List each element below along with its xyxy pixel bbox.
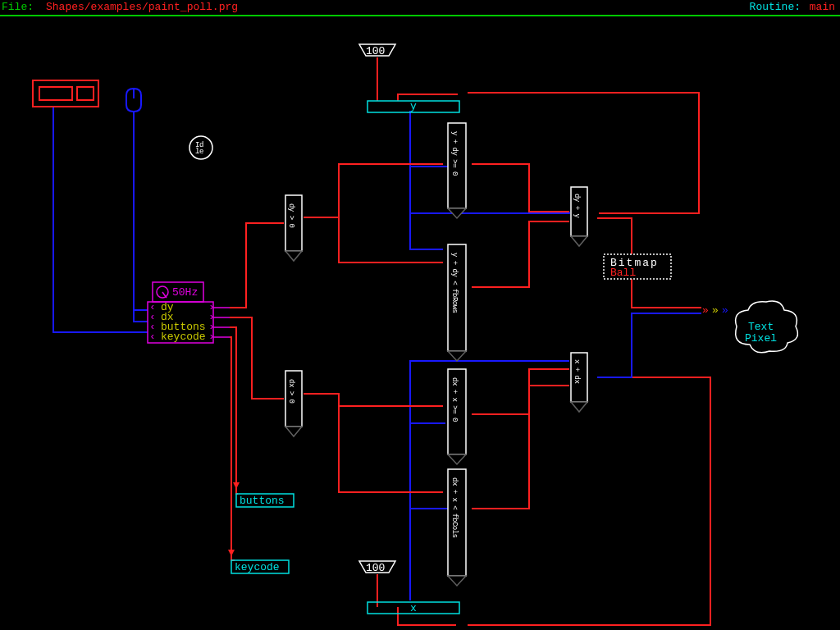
svg-text:keycode: keycode — [235, 561, 280, 573]
cmp-ydy-ge0[interactable]: y + dy >= 0 — [448, 123, 466, 218]
svg-text:»: » — [722, 304, 728, 317]
arrow-buttons — [233, 482, 240, 489]
svg-text:100: 100 — [366, 562, 385, 574]
svg-marker-43 — [571, 236, 587, 246]
svg-text:»: » — [712, 304, 719, 317]
svg-text:y + dy < fbRows: y + dy < fbRows — [450, 253, 459, 313]
svg-marker-28 — [285, 427, 302, 436]
wire-ymux — [472, 164, 569, 287]
svg-marker-37 — [448, 454, 466, 464]
wire-y-out — [410, 111, 569, 249]
svg-text:dy > 0: dy > 0 — [287, 203, 295, 228]
idle-badge: Id le — [189, 136, 212, 159]
clock-rate: 50Hz — [172, 286, 198, 299]
svg-text:Pixel: Pixel — [745, 332, 777, 345]
svg-text:dy + y: dy + y — [573, 194, 581, 219]
wire-dy — [230, 223, 284, 308]
file-label: File: — [2, 1, 34, 13]
svg-text:dx > 0: dx > 0 — [287, 379, 295, 404]
const-top: 100 — [359, 44, 395, 57]
svg-text:Ball: Ball — [610, 267, 636, 279]
svg-rect-1 — [39, 87, 72, 100]
svg-text:buttons: buttons — [240, 495, 285, 507]
svg-text:»: » — [702, 304, 709, 317]
cmp-xdx-ge0[interactable]: dx + x >= 0 — [448, 369, 466, 464]
poll-keycode: keycode — [161, 331, 206, 343]
add-dy-y[interactable]: dy + y — [571, 187, 587, 246]
cmp-ydy-lt-fbRows[interactable]: y + dy < fbRows — [448, 244, 466, 361]
wire-xmux — [472, 369, 569, 509]
wire-x-feedback — [398, 377, 710, 625]
arrow-keycode — [228, 550, 235, 556]
wire-to-bitmap-x — [597, 313, 701, 377]
svg-text:x + dx: x + dx — [573, 359, 581, 384]
wire-dx — [230, 317, 284, 399]
routine-name: main — [810, 1, 835, 13]
wire-keycode — [230, 337, 235, 560]
svg-rect-0 — [33, 80, 98, 107]
wire-y-feedback — [398, 93, 699, 213]
header-bar: File: Shapes/examples/paint_poll.prg Rou… — [0, 0, 840, 15]
bitmap-block[interactable]: Bitmap Ball — [604, 254, 671, 279]
svg-marker-40 — [448, 576, 466, 586]
svg-text:dx + x >= 0: dx + x >= 0 — [450, 377, 459, 422]
sink-buttons: buttons — [236, 494, 294, 507]
mouse-icon — [126, 89, 141, 112]
svg-text:dx + x < fbCols: dx + x < fbCols — [450, 477, 459, 538]
svg-text:100: 100 — [366, 45, 385, 57]
wire-dxgt0-out — [304, 394, 443, 492]
sink-keycode: keycode — [231, 560, 289, 573]
cmp-dy-gt-0[interactable]: dy > 0 — [285, 195, 302, 261]
svg-text:y + dy >= 0: y + dy >= 0 — [450, 131, 459, 176]
diagram-canvas[interactable]: Id le 50Hz dy dx buttons keycode ‹‹ ‹‹ ›… — [0, 16, 840, 630]
cmp-dx-gt-0[interactable]: dx > 0 — [285, 371, 302, 436]
svg-rect-2 — [77, 87, 94, 100]
reg-y[interactable]: y — [368, 100, 459, 112]
wire-x-out — [410, 361, 569, 600]
svg-marker-46 — [571, 402, 587, 412]
svg-text:›: › — [208, 331, 215, 343]
svg-marker-25 — [285, 251, 302, 261]
reg-x[interactable]: x — [368, 602, 459, 614]
svg-marker-34 — [448, 351, 466, 361]
routine-label: Routine: — [750, 1, 801, 13]
poll-block[interactable]: dy dx buttons keycode ‹‹ ‹‹ ›› ›› — [148, 301, 215, 343]
svg-text:y: y — [410, 100, 417, 112]
add-x-dx[interactable]: x + dx — [571, 353, 587, 412]
pixel-block[interactable]: Text Pixel — [736, 301, 798, 353]
file-path: Shapes/examples/paint_poll.prg — [46, 1, 238, 13]
cmp-xdx-lt-fbCols[interactable]: dx + x < fbCols — [448, 469, 466, 586]
const-bottom: 100 — [359, 561, 395, 574]
svg-text:le: le — [195, 148, 203, 156]
svg-text:x: x — [410, 602, 417, 614]
pixel-input-chevrons: » » » — [702, 304, 728, 317]
clock-block[interactable]: 50Hz — [153, 282, 203, 302]
svg-text:‹: ‹ — [149, 331, 156, 343]
keyboard-icon — [33, 80, 98, 107]
wire-mouse — [134, 111, 148, 322]
poll-out-stubs — [213, 308, 230, 337]
svg-text:Text: Text — [748, 321, 774, 333]
